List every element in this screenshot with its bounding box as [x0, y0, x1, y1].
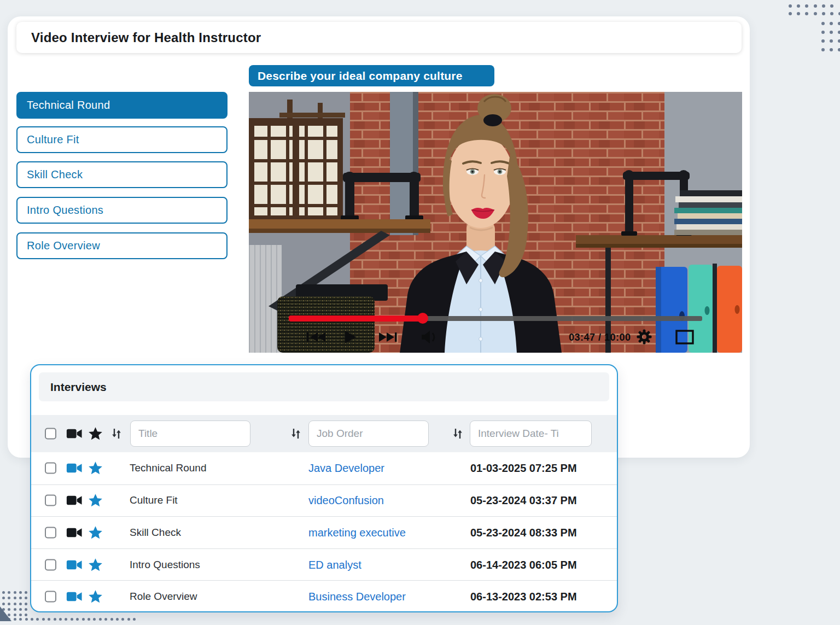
interviews-table-body: Technical Round Java Developer 01-03-202… [31, 452, 617, 611]
row-checkbox[interactable] [45, 591, 56, 603]
job-order-link[interactable]: marketing executive [308, 526, 406, 539]
interview-title: Culture Fit [130, 494, 178, 506]
job-order-link[interactable]: ED analyst [308, 558, 361, 571]
sort-date-icon[interactable] [452, 427, 463, 441]
interview-title: Role Overview [130, 591, 197, 603]
interview-row: Technical Round Java Developer 01-03-202… [31, 452, 617, 484]
video-canvas: 03:47 / 10:00 [249, 92, 742, 353]
sidebar-item-culture-fit[interactable]: Culture Fit [16, 126, 228, 153]
row-checkbox[interactable] [45, 463, 56, 474]
time-display: 03:47 / 10:00 [569, 332, 631, 343]
sort-job-order-icon[interactable] [290, 427, 301, 441]
table-filter-row [31, 415, 617, 452]
camera-column-icon [66, 428, 83, 440]
star-icon[interactable] [88, 493, 103, 508]
page-title: Video Interview for Health Instructor [31, 30, 261, 45]
app-root: Video Interview for Health Instructor Te… [0, 0, 840, 625]
sidebar-item-technical-round[interactable]: Technical Round [16, 92, 228, 119]
job-order-link[interactable]: Business Developer [308, 591, 406, 603]
star-icon[interactable] [88, 461, 103, 476]
progress-filled [289, 316, 423, 322]
job-order-link[interactable]: Java Developer [308, 462, 384, 475]
question-badge: Describe your ideal company culture [249, 65, 494, 86]
sort-title-icon[interactable] [111, 427, 122, 441]
corner-triangle [0, 606, 11, 621]
interviews-header: Interviews [39, 372, 609, 401]
row-checkbox[interactable] [45, 527, 56, 538]
star-icon[interactable] [88, 557, 103, 572]
interview-date: 06-13-2023 02:53 PM [470, 591, 577, 603]
interview-row: Intro Questions ED analyst 06-14-2023 06… [31, 548, 617, 581]
interview-row: Culture Fit videoConfusion 05-23-2024 03… [31, 484, 617, 517]
interview-row: Skill Check marketing executive 05-23-20… [31, 516, 617, 548]
sidebar-item-role-overview[interactable]: Role Overview [16, 232, 228, 259]
video-player[interactable]: 03:47 / 10:00 [249, 92, 742, 353]
progress-knob[interactable] [417, 313, 428, 324]
interviews-panel: Interviews [30, 364, 618, 612]
camera-icon[interactable] [66, 494, 83, 507]
interview-date: 05-23-2024 08:33 PM [470, 526, 577, 539]
interview-date: 01-03-2025 07:25 PM [470, 462, 577, 475]
interview-date-filter-input[interactable] [470, 420, 592, 447]
row-checkbox[interactable] [45, 495, 56, 506]
interview-date: 06-14-2023 06:05 PM [470, 558, 577, 571]
interview-title: Skill Check [130, 527, 181, 539]
interview-date: 05-23-2024 03:37 PM [470, 494, 577, 507]
star-icon[interactable] [88, 589, 103, 604]
interview-title: Technical Round [130, 462, 206, 474]
star-icon[interactable] [88, 525, 103, 540]
job-order-link[interactable]: videoConfusion [308, 494, 384, 507]
interview-title: Intro Questions [130, 559, 200, 571]
camera-icon[interactable] [66, 526, 83, 539]
job-order-filter-input[interactable] [308, 420, 429, 447]
interview-row: Role Overview Business Developer 06-13-2… [31, 580, 617, 612]
select-all-checkbox[interactable] [45, 428, 56, 440]
camera-icon[interactable] [66, 462, 83, 475]
star-column-icon [88, 427, 103, 441]
interviews-title: Interviews [50, 381, 107, 394]
sidebar-item-skill-check[interactable]: Skill Check [16, 161, 228, 188]
page-title-bar: Video Interview for Health Instructor [16, 22, 742, 53]
camera-icon[interactable] [66, 591, 83, 603]
title-filter-input[interactable] [130, 420, 250, 447]
sidebar-item-intro-questions[interactable]: Intro Questions [16, 197, 228, 224]
row-checkbox[interactable] [45, 559, 56, 570]
camera-icon[interactable] [66, 558, 83, 571]
